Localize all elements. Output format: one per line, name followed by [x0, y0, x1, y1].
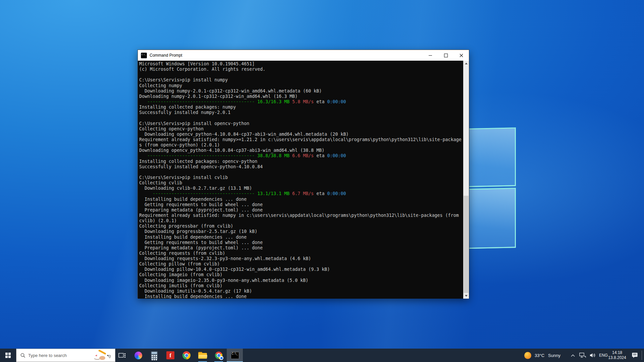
maximize-icon	[444, 54, 448, 57]
start-button[interactable]	[0, 349, 16, 362]
terminal-line: (c) Microsoft Corporation. All rights re…	[139, 67, 463, 72]
language-indicator[interactable]: ENG	[598, 349, 609, 362]
window-controls	[423, 50, 469, 61]
weather-condition: Sunny	[548, 353, 560, 358]
terminal-line: Requirement already satisfied: numpy>=1.…	[139, 137, 463, 142]
calculator-button[interactable]	[146, 349, 162, 362]
terminal-line: Downloading cvlib-0.2.7.tar.gz (13.1 MB)	[139, 186, 463, 191]
chrome-profile-button[interactable]	[211, 349, 227, 362]
terminal-output: Microsoft Windows [Version 10.0.19045.46…	[138, 61, 463, 299]
search-icon	[20, 353, 25, 358]
scroll-down-icon	[465, 295, 468, 297]
terminal-line: s (from opencv-python) (2.0.1)	[139, 142, 463, 148]
chrome-button[interactable]	[178, 349, 195, 362]
terminal-line: Installing collected packages: numpy	[139, 105, 463, 110]
terminal-line: Downloading pillow-10.4.0-cp312-cp312-wi…	[139, 267, 463, 272]
terminal-line: Preparing metadata (pyproject.toml) ... …	[139, 245, 463, 251]
command-prompt-icon: C:\_	[231, 352, 239, 359]
action-center-button[interactable]	[628, 349, 641, 362]
terminal-line: Successfully installed numpy-2.0.1	[139, 110, 463, 115]
windows-logo-icon	[5, 353, 11, 358]
chevron-up-icon	[571, 354, 575, 357]
terminal-line: Downloading progressbar-2.5.tar.gz (10 k…	[139, 229, 463, 234]
close-icon	[460, 54, 463, 57]
minimize-icon	[429, 55, 432, 56]
terminal-line: Collecting pillow (from cvlib)	[139, 261, 463, 267]
terminal-line: Downloading numpy-2.0.1-cp312-cp312-win_…	[139, 88, 463, 94]
terminal-line: Installing build dependencies ... done	[139, 197, 463, 202]
terminal-line: Installing collected packages: opencv-py…	[139, 159, 463, 164]
close-button[interactable]	[453, 50, 469, 61]
show-desktop-button[interactable]	[642, 351, 644, 360]
clock-time: 14:18	[612, 350, 622, 355]
search-doodle-pencil-hand	[92, 350, 113, 361]
terminal-line: Collecting numpy	[139, 83, 463, 88]
terminal-line: Collecting progressbar (from cvlib)	[139, 224, 463, 229]
terminal-line: Getting requirements to build wheel ... …	[139, 240, 463, 245]
copilot-icon	[135, 352, 142, 359]
terminal-line: Downloading imageio-2.35.0-py3-none-any.…	[139, 278, 463, 283]
terminal-line: Getting requirements to build wheel ... …	[139, 202, 463, 207]
action-center-icon	[632, 352, 638, 358]
command-prompt-taskbar-button[interactable]: C:\_	[227, 349, 243, 362]
terminal-line: Installing build dependencies ... done	[139, 294, 463, 299]
terminal-line: Preparing metadata (pyproject.toml) ... …	[139, 207, 463, 213]
copilot-button[interactable]	[130, 349, 146, 362]
terminal-line: Successfully installed opencv-python-4.1…	[139, 164, 463, 170]
window-title: Command Prompt	[150, 53, 423, 58]
command-prompt-window: C:\_ Command Prompt Microsoft Windows [V…	[138, 50, 469, 298]
clock[interactable]: 14:18 13.8.2024	[608, 349, 627, 362]
terminal-line: cvlib) (2.0.1)	[139, 218, 463, 224]
taskbar: f C:\_ 33°C Sunny	[0, 349, 644, 362]
clock-date: 13.8.2024	[608, 355, 626, 360]
terminal-line: Downloading numpy-2.0.1-cp312-cp312-win_…	[139, 94, 463, 99]
f-app-button[interactable]: f	[162, 349, 178, 362]
terminal-scrollbar[interactable]	[463, 61, 469, 299]
weather-widget[interactable]: 33°C Sunny	[524, 349, 560, 362]
weather-temperature: 33°C	[535, 353, 544, 358]
volume-button[interactable]	[588, 349, 598, 362]
task-view-button[interactable]	[114, 349, 130, 362]
f-app-icon: f	[166, 351, 174, 359]
minimize-button[interactable]	[423, 50, 438, 61]
terminal-line: Collecting imageio (from cvlib)	[139, 272, 463, 278]
terminal-line: ----------------------------------------…	[139, 153, 463, 159]
calculator-icon	[151, 351, 158, 360]
scroll-up-button[interactable]	[463, 61, 469, 66]
terminal-line: Downloading opencv_python-4.10.0.84-cp37…	[139, 148, 463, 153]
terminal-line: Microsoft Windows [Version 10.0.19045.46…	[139, 61, 463, 67]
terminal-line: C:\Users\Servis>pip install cvlib	[139, 175, 463, 180]
f-app-glyph: f	[169, 353, 171, 358]
terminal-line: Collecting imutils (from cvlib)	[139, 283, 463, 289]
terminal-line: Installing build dependencies ... done	[139, 235, 463, 240]
task-view-icon	[118, 352, 126, 359]
terminal-line: Collecting requests (from cvlib)	[139, 251, 463, 256]
terminal-line: C:\Users\Servis>pip install opencv-pytho…	[139, 121, 463, 126]
ethernet-network-icon	[579, 353, 586, 358]
terminal-line: Downloading opencv_python-4.10.0.84-cp37…	[139, 132, 463, 137]
window-titlebar[interactable]: C:\_ Command Prompt	[138, 50, 469, 61]
file-explorer-button[interactable]	[195, 349, 211, 362]
terminal-line: Collecting opencv-python	[139, 126, 463, 132]
scrollbar-thumb[interactable]	[464, 196, 469, 293]
cmd-window-icon: C:\_	[141, 53, 147, 58]
chrome-profile-icon	[215, 352, 222, 359]
terminal-line: ----------------------------------------…	[139, 99, 463, 105]
scroll-down-button[interactable]	[463, 293, 469, 299]
chrome-icon	[182, 351, 191, 359]
sunny-weather-icon	[524, 352, 531, 359]
tray-overflow-button[interactable]	[568, 349, 578, 362]
maximize-button[interactable]	[438, 50, 453, 61]
terminal-line	[139, 115, 463, 121]
terminal-line: -------------------------------------- 1…	[139, 191, 463, 196]
terminal-line	[139, 72, 463, 77]
terminal-line: Downloading imutils-0.5.4.tar.gz (17 kB)	[139, 289, 463, 294]
cmd-window-icon-text: C:\_	[141, 53, 146, 56]
network-button[interactable]	[578, 349, 588, 362]
speaker-icon	[590, 353, 596, 358]
terminal-line	[139, 170, 463, 175]
terminal[interactable]: Microsoft Windows [Version 10.0.19045.46…	[138, 61, 469, 299]
terminal-line: Requirement already satisfied: numpy in …	[139, 213, 463, 218]
taskbar-search[interactable]	[16, 349, 115, 362]
terminal-line: C:\Users\Servis>pip install numpy	[139, 77, 463, 83]
